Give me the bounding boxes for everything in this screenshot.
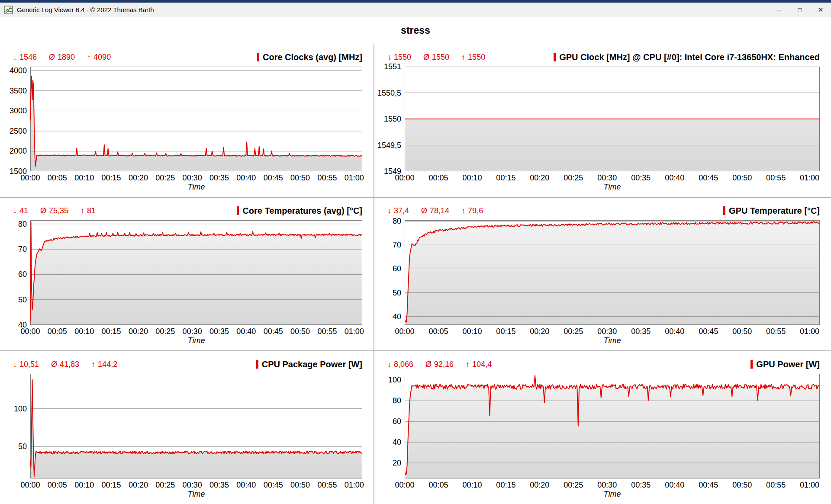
app-icon	[4, 6, 13, 14]
chart-title-text: GPU Temperature [°C]	[729, 206, 820, 216]
y-axis-labels: 150020002500300035004000	[5, 67, 30, 171]
x-tick-label: 00:25	[155, 481, 175, 490]
chart-panel-gpu-clock: ↓1550 Ø1550 ↑1550 GPU Clock [MHz] @ CPU …	[374, 44, 831, 197]
plot-area[interactable]	[30, 374, 362, 478]
stat-avg: Ø75,35	[40, 206, 68, 215]
y-tick-label: 100	[14, 404, 27, 413]
plot-area[interactable]	[405, 374, 820, 478]
plot-wrap: 4050607080	[5, 220, 362, 325]
y-tick-label: 50	[18, 442, 27, 451]
stat-avg-value: 41,83	[60, 360, 79, 369]
series-color-mark	[723, 206, 725, 215]
x-axis-labels: 00:0000:0500:1000:1500:2000:2500:3000:35…	[405, 325, 820, 336]
chart-header: ↓37,4 Ø78,14 ↑79,6 GPU Temperature [°C]	[380, 202, 820, 219]
chart-grid: ↓1546 Ø1890 ↑4090 Core Clocks (avg) [MHz…	[0, 44, 831, 504]
y-tick-label: 1550	[384, 115, 401, 124]
maximize-button[interactable]: □	[789, 3, 810, 17]
x-tick-label: 00:35	[631, 173, 651, 183]
plot-wrap: 15491549,515501550,51551	[380, 67, 820, 171]
x-tick-label: 00:55	[766, 481, 786, 490]
x-axis-labels: 00:0000:0500:1000:1500:2000:2500:3000:35…	[30, 171, 362, 183]
stat-min-value: 41	[19, 206, 28, 215]
chart-title: GPU Clock [MHz] @ CPU [#0]: Intel Core i…	[554, 52, 820, 62]
x-tick-label: 00:00	[395, 173, 414, 183]
chart-panel-gpu-temperature: ↓37,4 Ø78,14 ↑79,6 GPU Temperature [°C] …	[374, 198, 831, 350]
x-tick-label: 00:15	[496, 173, 515, 183]
stat-min-value: 1550	[394, 53, 411, 62]
y-tick-label: 50	[393, 288, 401, 297]
y-tick-label: 1551	[384, 62, 401, 71]
stat-avg-value: 75,35	[49, 206, 68, 215]
x-tick-label: 00:30	[183, 481, 202, 490]
plot-area[interactable]	[30, 220, 362, 325]
plot-wrap: 50100	[5, 374, 362, 478]
y-tick-label: 80	[393, 396, 401, 405]
chart-stats: ↓10,51 Ø41,83 ↑144,2	[13, 360, 117, 369]
x-tick-label: 00:40	[236, 173, 256, 183]
plot-area[interactable]	[405, 220, 820, 325]
y-axis-labels: 4050607080	[5, 220, 30, 325]
stat-max-value: 144,2	[98, 360, 117, 369]
x-tick-label: 00:20	[530, 481, 549, 490]
y-tick-label: 40	[393, 312, 401, 321]
x-tick-label: 00:20	[129, 173, 148, 183]
x-axis-title: Time	[405, 490, 820, 501]
stat-max-value: 4090	[93, 53, 111, 62]
x-tick-label: 01:00	[345, 481, 364, 490]
y-axis-labels: 4050607080	[380, 220, 405, 325]
chart-title-text: CPU Package Power [W]	[262, 360, 362, 369]
avg-icon: Ø	[51, 360, 57, 369]
chart-panel-core-clocks: ↓1546 Ø1890 ↑4090 Core Clocks (avg) [MHz…	[0, 44, 374, 197]
x-tick-label: 00:30	[597, 327, 617, 336]
x-tick-label: 00:35	[209, 327, 229, 336]
avg-icon: Ø	[423, 53, 429, 62]
x-tick-label: 00:15	[102, 173, 121, 183]
min-arrow-icon: ↓	[387, 206, 391, 215]
stat-max-value: 1550	[468, 53, 485, 62]
x-tick-label: 00:05	[48, 481, 67, 490]
y-axis-labels: 20406080100	[380, 374, 405, 478]
plot-area[interactable]	[30, 67, 362, 171]
x-tick-label: 00:25	[564, 173, 583, 183]
y-tick-label: 2500	[10, 126, 27, 135]
x-tick-label: 00:45	[699, 481, 718, 490]
x-tick-label: 00:45	[264, 327, 283, 336]
minimize-button[interactable]: ─	[769, 3, 789, 17]
y-tick-label: 4000	[10, 66, 27, 75]
stat-avg: Ø1550	[423, 53, 449, 62]
chart-title-text: Core Temperatures (avg) [°C]	[242, 206, 362, 216]
min-arrow-icon: ↓	[13, 53, 17, 62]
plot-area[interactable]	[405, 67, 820, 171]
x-tick-label: 00:15	[102, 481, 121, 490]
y-tick-label: 70	[393, 241, 401, 250]
y-tick-label: 50	[18, 295, 27, 304]
max-arrow-icon: ↑	[461, 53, 465, 62]
close-button[interactable]: ✕	[810, 3, 831, 17]
x-tick-label: 00:10	[74, 481, 94, 490]
x-tick-label: 00:20	[530, 327, 549, 336]
stat-max: ↑81	[81, 206, 96, 215]
min-arrow-icon: ↓	[387, 360, 391, 369]
stat-avg-value: 1550	[432, 53, 449, 62]
x-tick-label: 00:45	[264, 173, 283, 183]
x-tick-label: 00:00	[20, 173, 40, 183]
x-tick-label: 00:40	[665, 481, 684, 490]
stat-avg: Ø1890	[49, 53, 75, 62]
stat-min-value: 10,51	[19, 360, 39, 369]
x-axis-labels: 00:0000:0500:1000:1500:2000:2500:3000:35…	[405, 478, 820, 490]
chart-header: ↓1550 Ø1550 ↑1550 GPU Clock [MHz] @ CPU …	[380, 48, 820, 66]
avg-icon: Ø	[425, 360, 432, 369]
y-tick-label: 3500	[10, 86, 27, 95]
y-tick-label: 60	[393, 264, 401, 273]
x-axis-title: Time	[30, 336, 362, 347]
stat-min: ↓1546	[13, 53, 37, 62]
chart-stats: ↓8,066 Ø92,16 ↑104,4	[387, 360, 492, 369]
x-tick-label: 00:45	[699, 173, 718, 183]
stat-max-value: 81	[87, 206, 96, 215]
series-color-mark	[256, 360, 258, 369]
x-tick-label: 00:55	[317, 173, 337, 183]
x-tick-label: 00:20	[530, 173, 549, 183]
x-axis-labels: 00:0000:0500:1000:1500:2000:2500:3000:35…	[405, 171, 820, 183]
chart-header: ↓8,066 Ø92,16 ↑104,4 GPU Power [W]	[380, 356, 820, 373]
page-title: stress	[401, 25, 430, 36]
